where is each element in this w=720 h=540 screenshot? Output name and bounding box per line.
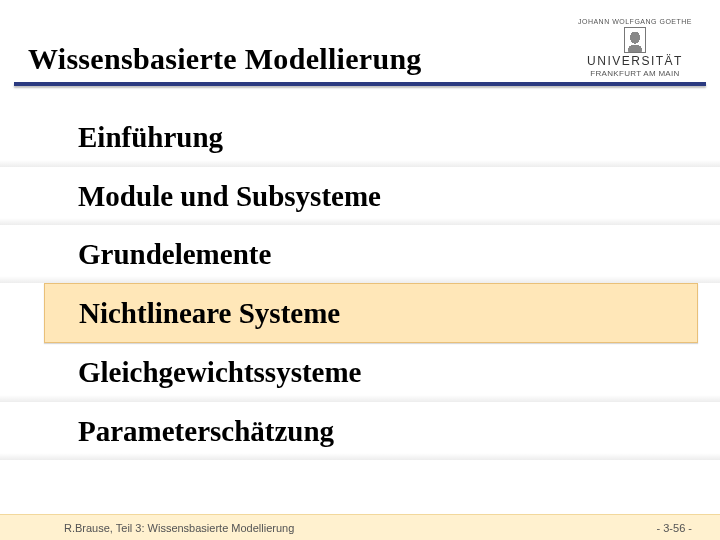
outline-list: Einführung Module und Subsysteme Grundel… bbox=[0, 86, 720, 460]
slide-header: Wissensbasierte Modellierung JOHANN WOLF… bbox=[0, 0, 720, 82]
footer-author: R.Brause, Teil 3: Wissensbasierte Modell… bbox=[64, 522, 294, 534]
slide-footer: R.Brause, Teil 3: Wissensbasierte Modell… bbox=[0, 514, 720, 540]
goethe-portrait-icon bbox=[624, 27, 646, 53]
slide-title: Wissensbasierte Modellierung bbox=[28, 42, 422, 76]
logo-city: FRANKFURT AM MAIN bbox=[590, 69, 679, 79]
logo-university: UNIVERSITÄT bbox=[587, 54, 683, 68]
outline-item: Parameterschätzung bbox=[0, 402, 720, 460]
outline-item: Grundelemente bbox=[0, 225, 720, 283]
outline-item-highlighted: Nichtlineare Systeme bbox=[44, 283, 698, 343]
outline-item: Module und Subsysteme bbox=[0, 167, 720, 225]
university-logo: JOHANN WOLFGANG GOETHE UNIVERSITÄT FRANK… bbox=[578, 18, 692, 78]
logo-top-line: JOHANN WOLFGANG GOETHE bbox=[578, 18, 692, 26]
outline-item: Gleichgewichtssysteme bbox=[0, 343, 720, 401]
outline-item: Einführung bbox=[0, 108, 720, 166]
footer-page-number: - 3-56 - bbox=[657, 522, 692, 534]
